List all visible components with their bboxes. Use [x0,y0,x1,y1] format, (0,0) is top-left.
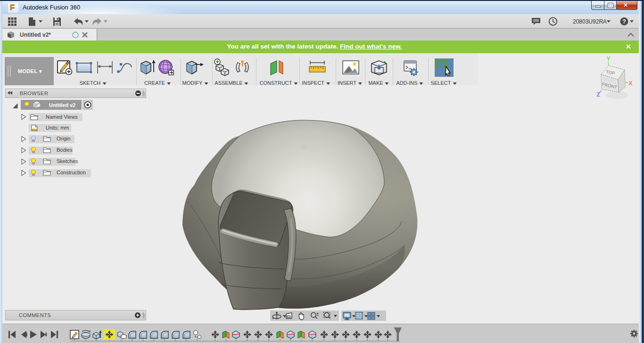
svg-text:Untitled v2: Untitled v2 [49,102,75,108]
svg-text:Origin: Origin [57,136,70,141]
svg-text:Construction: Construction [57,170,86,175]
svg-text:?: ? [622,18,626,25]
svg-text:Bodies: Bodies [57,147,73,153]
svg-text:Named Views: Named Views [46,114,78,120]
svg-text:Units: mm: Units: mm [46,125,69,131]
svg-text:Sketches: Sketches [57,158,78,164]
svg-text:Y: Y [606,55,611,62]
svg-text:X: X [628,80,633,87]
